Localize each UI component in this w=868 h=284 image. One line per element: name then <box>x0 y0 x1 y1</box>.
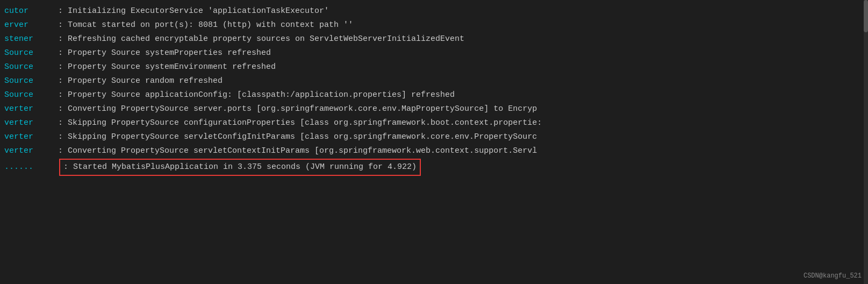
log-prefix-12: ...... <box>4 161 58 174</box>
log-line-3: stener : Refreshing cached encryptable p… <box>0 32 868 46</box>
log-line-4: Source : Property Source systemPropertie… <box>0 46 868 60</box>
log-prefix-7: Source <box>4 89 58 102</box>
highlighted-message-box: : Started MybatisPlusApplication in 3.37… <box>59 159 421 176</box>
log-message-9: : Skipping PropertySource configurationP… <box>58 117 542 130</box>
log-message-12: : Started MybatisPlusApplication in 3.37… <box>63 162 417 172</box>
log-prefix-2: erver <box>4 19 58 32</box>
log-line-6: Source : Property Source random refreshe… <box>0 74 868 88</box>
log-prefix-3: stener <box>4 33 58 46</box>
log-message-11: : Converting PropertySource servletConte… <box>58 145 537 158</box>
log-message-8: : Converting PropertySource server.ports… <box>58 103 537 116</box>
log-message-5: : Property Source systemEnvironment refr… <box>58 61 276 74</box>
scrollbar-track[interactable] <box>864 0 868 284</box>
log-line-8: verter : Converting PropertySource serve… <box>0 102 868 116</box>
log-message-1: : Initializing ExecutorService 'applicat… <box>58 5 329 18</box>
scrollbar-thumb[interactable] <box>864 0 868 32</box>
log-message-10: : Skipping PropertySource servletConfigI… <box>58 131 537 144</box>
log-line-5: Source : Property Source systemEnvironme… <box>0 60 868 74</box>
log-line-12: ...... : Started MybatisPlusApplication … <box>0 158 868 176</box>
log-message-7: : Property Source applicationConfig: [cl… <box>58 89 455 102</box>
log-prefix-1: cutor <box>4 5 58 18</box>
log-line-10: verter : Skipping PropertySource servlet… <box>0 130 868 144</box>
watermark: CSDN@kangfu_521 <box>804 272 862 280</box>
log-line-11: verter : Converting PropertySource servl… <box>0 144 868 158</box>
log-line-2: erver : Tomcat started on port(s): 8081 … <box>0 18 868 32</box>
log-message-2: : Tomcat started on port(s): 8081 (http)… <box>58 19 353 32</box>
log-line-9: verter : Skipping PropertySource configu… <box>0 116 868 130</box>
console-container: cutor : Initializing ExecutorService 'ap… <box>0 0 868 284</box>
log-message-4: : Property Source systemProperties refre… <box>58 47 271 60</box>
log-prefix-10: verter <box>4 131 58 144</box>
log-line-1: cutor : Initializing ExecutorService 'ap… <box>0 4 868 18</box>
log-prefix-11: verter <box>4 145 58 158</box>
log-prefix-5: Source <box>4 61 58 74</box>
log-prefix-4: Source <box>4 47 58 60</box>
log-prefix-6: Source <box>4 75 58 88</box>
log-line-7: Source : Property Source applicationConf… <box>0 88 868 102</box>
log-message-3: : Refreshing cached encryptable property… <box>58 33 464 46</box>
log-prefix-8: verter <box>4 103 58 116</box>
log-prefix-9: verter <box>4 117 58 130</box>
log-message-6: : Property Source random refreshed <box>58 75 223 88</box>
